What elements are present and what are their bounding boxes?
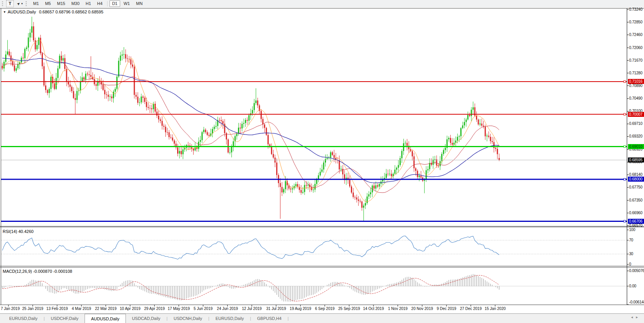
tab-scroll-left-icon[interactable]: ◂ (631, 315, 636, 319)
level-line-handle (624, 113, 626, 115)
chart-title: ▼AUDUSD,Daily0.68657 0.68796 0.68562 0.6… (3, 10, 103, 14)
level-line-handle (624, 146, 626, 148)
rsi-axis-tick-label: 70 (629, 238, 644, 243)
price-level-badge: 0.70007 (628, 112, 644, 117)
chart-tab-eurusd-daily[interactable]: EURUSD,Daily (3, 314, 44, 323)
rsi-indicator-label: RSI(14) 40.4260 (3, 229, 34, 234)
price-level-badge: 0.68000 (628, 177, 644, 182)
tab-scroll-arrows: ◂▸ (631, 315, 641, 319)
price-axis-tick-label: 0.70490 (629, 96, 644, 101)
mt4-window: { "toolbar": { "text_tool": "T", "cursor… (0, 0, 644, 323)
symbol-period-label: AUDUSD,Daily (8, 10, 36, 14)
price-axis-tick-label: 0.68140 (629, 172, 644, 177)
level-line-handle (624, 80, 626, 82)
chart-tab-eurusd-daily[interactable]: EURUSD,Daily (209, 314, 250, 323)
macd-axis-tick-label: 0.00 (629, 284, 644, 289)
macd-indicator-label: MACD(12,26,9) -0.000870 -0.000108 (3, 269, 72, 274)
price-axis-tick-label: 0.73240 (629, 7, 644, 12)
price-axis-tick-label: 0.67350 (629, 198, 644, 203)
price-axis-tick-label: 0.69710 (629, 121, 644, 126)
tab-scroll-right-icon[interactable]: ▸ (636, 315, 641, 319)
rsi-axis-tick-label: 0 (629, 262, 644, 267)
price-level-badge: 0.69010 (628, 144, 644, 149)
price-level-badge: 0.66706 (628, 219, 644, 224)
rsi-layer (2, 236, 499, 259)
level-line-handle (624, 178, 626, 180)
price-axis-tick-label: 0.69320 (629, 134, 644, 139)
price-axis-tick-label: 0.67750 (629, 185, 644, 190)
moving-averages-layer (2, 39, 499, 202)
price-level-badge: 0.71016 (628, 79, 644, 84)
rsi-axis-tick-label: 100 (629, 228, 644, 232)
current-price-badge: 0.68595 (628, 157, 644, 162)
level-line-handle (624, 220, 626, 222)
chart-tab-usdchf-daily[interactable]: USDCHF,Daily (45, 314, 85, 323)
price-axis-tick-label: 0.72850 (629, 20, 644, 25)
tab-bar: EURUSD,Daily|USDCHF,DailyAUDUSD,DailyUSD… (0, 313, 644, 323)
date-axis-label: 15 Jan 2020 (478, 307, 513, 311)
macd-axis-tick-label: 0.005076 (629, 269, 644, 273)
chart-tab-audusd-daily[interactable]: AUDUSD,Daily (85, 314, 126, 323)
price-axis-tick-label: 0.71280 (629, 71, 644, 75)
price-axis-tick-label: 0.72060 (629, 46, 644, 50)
macd-axis-tick-label: -0.006148 (629, 300, 644, 305)
chart-canvas[interactable] (0, 0, 644, 323)
collapse-icon[interactable]: ▼ (3, 10, 6, 14)
price-axis-tick-label: 0.72460 (629, 33, 644, 37)
price-axis-tick-label: 0.71670 (629, 58, 644, 63)
macd-layer (2, 274, 499, 302)
chart-tab-gbpusd-h4[interactable]: GBPUSD,H4 (251, 314, 288, 323)
price-axis-tick-label: 0.66960 (629, 211, 644, 215)
rsi-axis-tick-label: 30 (629, 252, 644, 256)
ohlc-values: 0.68657 0.68796 0.68562 0.68595 (39, 10, 103, 14)
tab-divider: | (288, 314, 289, 323)
chart-tab-usdcad-daily[interactable]: USDCAD,Daily (126, 314, 166, 323)
candles-layer (2, 17, 500, 221)
chart-tab-usdcnh-daily[interactable]: USDCNH,Daily (168, 314, 209, 323)
